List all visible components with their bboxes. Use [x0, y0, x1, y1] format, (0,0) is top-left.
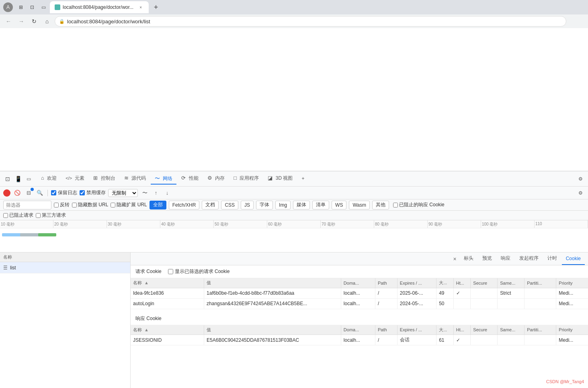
resp-col-httponly[interactable]: Ht... — [453, 325, 471, 335]
tab-new-window-btn[interactable]: ▭ — [39, 2, 48, 12]
tab-console[interactable]: ⊞ 控制台 — [89, 173, 119, 184]
filter-input[interactable] — [3, 201, 51, 209]
tab-more[interactable]: + — [297, 174, 308, 184]
resp-col-domain[interactable]: Doma... — [341, 325, 375, 335]
resp-col-name[interactable]: 名称 ▲ — [131, 325, 204, 335]
has-blocked-cookie-checkbox[interactable]: 已阻止的响应 Cookie — [393, 201, 445, 208]
tick-3: 40 毫秒 — [160, 220, 214, 228]
tab-close-btn[interactable]: × — [137, 4, 144, 10]
col-httponly[interactable]: Ht... — [453, 278, 471, 288]
response-cookie-title: 响应 Cookie — [135, 315, 162, 322]
tab-memory[interactable]: ⚙ 内存 — [203, 173, 229, 184]
forward-btn[interactable]: → — [16, 16, 27, 27]
cookie-path-2: / — [375, 298, 397, 309]
filter-type-fetch[interactable]: Fetch/XHR — [169, 201, 200, 209]
profile-avatar[interactable]: A — [3, 2, 13, 12]
resp-col-path[interactable]: Path — [375, 325, 397, 335]
filter-type-manifest[interactable]: 清单 — [312, 201, 329, 209]
col-samesite[interactable]: Same... — [498, 278, 524, 288]
table-row[interactable]: JSESSIONID E5A6B0C9042245DDA876781513F03… — [131, 335, 588, 345]
cookie-expires-2: 2024-05-... — [397, 298, 436, 309]
tab-list-btn[interactable]: ⊡ — [27, 2, 37, 12]
console-icon: ⊞ — [93, 175, 98, 181]
filter-type-other[interactable]: 其他 — [372, 201, 389, 209]
wifi-icon[interactable]: 〜 — [140, 189, 149, 197]
tab-headers[interactable]: 标头 — [460, 253, 477, 265]
tab-performance[interactable]: ⟳ 性能 — [177, 173, 202, 184]
disable-cache-checkbox[interactable]: 禁用缓存 — [80, 189, 106, 196]
download-btn[interactable]: ↓ — [163, 189, 172, 197]
request-detail-tab-bar: × 标头 预览 响应 发起程序 计时 Cookie — [131, 253, 588, 265]
col-value[interactable]: 值 — [204, 278, 341, 288]
col-path[interactable]: Path — [375, 278, 397, 288]
filter-type-ws[interactable]: WS — [332, 201, 346, 209]
third-party-checkbox[interactable]: 第三方请求 — [36, 212, 66, 219]
tab-response[interactable]: 响应 — [497, 253, 514, 265]
device-icon[interactable]: 📱 — [14, 174, 23, 183]
cookie-httponly-2 — [453, 298, 471, 309]
refresh-btn[interactable]: ↻ — [29, 16, 39, 27]
blocked-requests-checkbox[interactable]: 已阻止请求 — [3, 212, 33, 219]
settings-gear-btn[interactable]: ⚙ — [576, 174, 585, 183]
close-detail-btn[interactable]: × — [451, 255, 459, 263]
tab-network[interactable]: 〜 网络 — [151, 173, 176, 185]
col-domain[interactable]: Doma... — [341, 278, 375, 288]
preserve-log-checkbox[interactable]: 保留日志 — [51, 189, 77, 196]
resp-col-priority[interactable]: Priority — [556, 325, 588, 335]
filter-type-wasm[interactable]: Wasm — [349, 201, 370, 209]
tab-application[interactable]: □ 应用程序 — [229, 173, 263, 184]
col-expires[interactable]: Expires / ... — [397, 278, 436, 288]
list-item[interactable]: ☰ list — [0, 262, 130, 273]
tab-initiator[interactable]: 发起程序 — [515, 253, 543, 265]
clear-btn[interactable]: 🚫 — [13, 189, 22, 197]
filter-type-doc[interactable]: 文档 — [202, 201, 219, 209]
resp-col-value[interactable]: 值 — [204, 325, 341, 335]
col-name[interactable]: 名称 ▲ — [131, 278, 204, 288]
tab-preview[interactable]: 预览 — [478, 253, 496, 265]
history-btn[interactable]: ⊞ — [16, 2, 26, 12]
resp-col-partition[interactable]: Partiti... — [524, 325, 556, 335]
inspect-icon[interactable]: ⊡ — [3, 174, 12, 183]
show-filtered-cookie-checkbox[interactable]: 显示已筛选的请求 Cookie — [168, 268, 230, 275]
tab-3d[interactable]: ◪ 3D 视图 — [264, 173, 297, 184]
table-row[interactable]: Idea-9fc1e836 1af6b0be-f1eb-4cdd-b8bc-f7… — [131, 288, 588, 298]
tab-favicon — [55, 4, 60, 10]
filter-type-font[interactable]: 字体 — [256, 201, 273, 209]
filter-type-all[interactable]: 全部 — [150, 201, 166, 209]
col-size[interactable]: 大... — [436, 278, 454, 288]
col-secure[interactable]: Secure — [471, 278, 498, 288]
filter-icon[interactable]: ⊟ — [24, 189, 33, 197]
resp-cookie-path-1: / — [375, 335, 397, 345]
address-bar[interactable]: 🔒 localhost:8084/page/doctor/work/list — [55, 16, 566, 27]
back-btn[interactable]: ← — [3, 16, 14, 27]
tab-sources[interactable]: ≋ 源代码 — [120, 173, 150, 184]
tab-timing[interactable]: 计时 — [543, 253, 561, 265]
tab-cookie[interactable]: Cookie — [562, 253, 585, 265]
home-btn[interactable]: ⌂ — [42, 16, 52, 27]
filter-type-media[interactable]: 媒体 — [293, 201, 310, 209]
search-btn[interactable]: 🔍 — [35, 189, 44, 197]
settings-btn[interactable]: ⚙ — [576, 189, 585, 197]
filter-type-js[interactable]: JS — [241, 201, 254, 209]
invert-checkbox[interactable]: 反转 — [54, 201, 70, 208]
tab-welcome[interactable]: ⌂ 欢迎 — [37, 173, 61, 184]
resp-col-expires[interactable]: Expires / ... — [397, 325, 436, 335]
resp-cookie-domain-1: localh... — [341, 335, 375, 345]
throttle-select[interactable]: 无限制 快速 3G 慢速 3G — [108, 189, 138, 197]
new-tab-btn[interactable]: + — [150, 2, 162, 13]
filter-type-css[interactable]: CSS — [221, 201, 238, 209]
upload-btn[interactable]: ↑ — [152, 189, 160, 197]
active-tab[interactable]: localhost:8084/page/doctor/wor... × — [50, 1, 149, 13]
resp-col-samesite[interactable]: Same... — [498, 325, 524, 335]
hide-data-url-checkbox[interactable]: 隐藏数据 URL — [72, 201, 108, 208]
hide-extensions-checkbox[interactable]: 隐藏扩展 URL — [111, 201, 147, 208]
col-priority[interactable]: Priority — [556, 278, 588, 288]
resp-col-secure[interactable]: Secure — [471, 325, 498, 335]
col-partition[interactable]: Partiti... — [524, 278, 556, 288]
resp-col-size[interactable]: 大... — [436, 325, 454, 335]
tab-elements[interactable]: </> 元素 — [61, 173, 88, 184]
table-row[interactable]: autoLogin zhangsan&4326E9F74245ABE7A144C… — [131, 298, 588, 309]
mobile-icon[interactable]: ▭ — [24, 174, 33, 183]
filter-type-img[interactable]: Img — [275, 201, 291, 209]
record-btn[interactable] — [3, 189, 10, 197]
